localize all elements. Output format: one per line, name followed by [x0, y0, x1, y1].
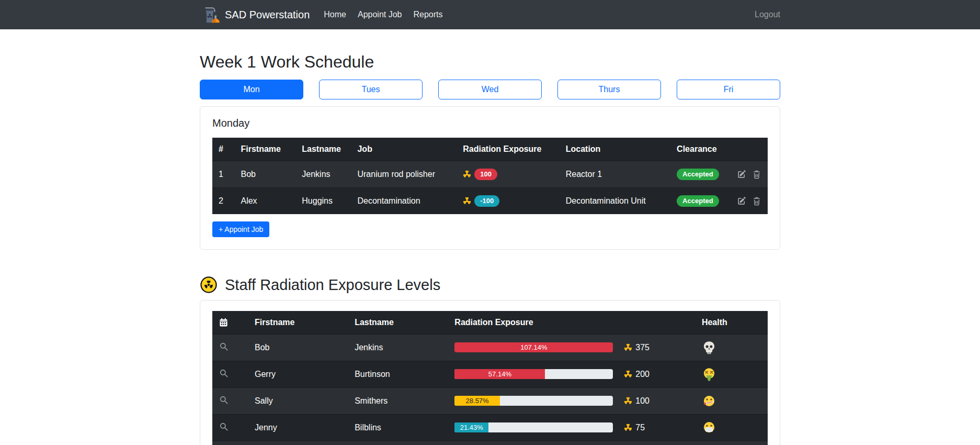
day-tabs: Mon Tues Wed Thurs Fri	[200, 80, 780, 99]
trash-icon[interactable]	[752, 170, 761, 179]
firstname-cell: Gerry	[248, 361, 348, 387]
mask-face-icon	[702, 420, 761, 435]
firstname-cell: Bob	[248, 334, 348, 361]
table-row: 2 Alex Huggins Decontamination	[212, 187, 768, 214]
nav-link-appoint-job[interactable]: Appoint Job	[352, 6, 408, 24]
col-radiation: Radiation Exposure	[448, 311, 618, 334]
row-number: 1	[212, 161, 234, 187]
nuclear-plant-logo-icon	[200, 5, 220, 25]
radiation-sign-icon	[200, 276, 218, 294]
radiation-trefoil-icon	[624, 397, 632, 405]
firstname-cell: Jenny	[248, 414, 348, 441]
job-cell: Decontamination	[351, 187, 457, 214]
clearance-badge: Accepted	[677, 169, 719, 180]
col-firstname: Firstname	[234, 138, 295, 161]
vomiting-face-icon	[702, 367, 761, 382]
schedule-day-heading: Monday	[212, 117, 768, 129]
nav-links: Home Appoint Job Reports	[318, 6, 448, 24]
radiation-trefoil-icon	[624, 343, 632, 352]
table-row-partial	[212, 441, 768, 445]
nav-link-reports[interactable]: Reports	[408, 6, 449, 24]
radiation-progress-bar: 57.14%	[454, 369, 613, 379]
col-number: #	[212, 138, 234, 161]
day-tab-wed[interactable]: Wed	[438, 80, 542, 99]
brand-link[interactable]: SAD Powerstation	[200, 5, 310, 25]
exposure-header-row: Firstname Lastname Radiation Exposure He…	[212, 311, 768, 334]
col-health: Health	[696, 311, 768, 334]
radiation-count: 200	[624, 370, 689, 379]
lastname-cell: Jenkins	[295, 161, 351, 187]
radiation-count: 375	[624, 343, 689, 352]
clearance-badge: Accepted	[677, 195, 719, 207]
radiation-progress-bar: 21.43%	[454, 422, 613, 432]
table-row: Bob Jenkins 107.14%	[212, 334, 768, 361]
col-lastname: Lastname	[295, 138, 351, 161]
nav-link-home[interactable]: Home	[318, 6, 352, 24]
radiation-count: 75	[624, 423, 689, 432]
progress-percent-label: 28.57%	[466, 397, 489, 405]
calendar-icon	[219, 317, 242, 327]
table-row: Sally Smithers 28.57%	[212, 387, 768, 414]
progress-percent-label: 21.43%	[460, 424, 483, 431]
progress-percent-label: 107.14%	[520, 343, 547, 351]
radiation-trefoil-icon	[463, 170, 471, 179]
firstname-cell: Bob	[234, 161, 295, 187]
lastname-cell: Huggins	[295, 187, 351, 214]
search-icon[interactable]	[219, 395, 229, 405]
page-title: Week 1 Work Schedule	[200, 52, 780, 72]
schedule-table: # Firstname Lastname Job Radiation Expos…	[212, 138, 768, 214]
radiation-badge: 100	[474, 169, 497, 180]
navbar: SAD Powerstation Home Appoint Job Report…	[0, 0, 980, 29]
lastname-cell: Burtinson	[348, 361, 448, 387]
location-cell: Reactor 1	[560, 161, 670, 187]
col-actions	[729, 138, 768, 161]
lastname-cell: Bilblins	[348, 414, 448, 441]
exposure-card: Firstname Lastname Radiation Exposure He…	[200, 300, 780, 445]
day-tab-fri[interactable]: Fri	[677, 80, 780, 99]
search-icon[interactable]	[219, 368, 229, 379]
radiation-trefoil-icon	[624, 424, 632, 432]
job-cell: Uranium rod polisher	[351, 161, 457, 187]
appoint-job-button[interactable]: + Appoint Job	[212, 221, 269, 237]
progress-percent-label: 57.14%	[488, 370, 511, 378]
brand-title: SAD Powerstation	[225, 9, 310, 21]
edit-icon[interactable]	[737, 196, 747, 206]
radiation-progress-bar: 28.57%	[454, 396, 613, 406]
radiation-count: 100	[624, 396, 689, 406]
exposure-section-title: Staff Radiation Exposure Levels	[225, 276, 440, 294]
radiation-trefoil-icon	[463, 197, 471, 205]
day-tab-tues[interactable]: Tues	[319, 80, 423, 99]
firstname-cell: Sally	[248, 387, 348, 414]
radiation-badge: -100	[474, 195, 499, 207]
col-job: Job	[351, 138, 457, 161]
col-clearance: Clearance	[670, 138, 729, 161]
col-radiation: Radiation Exposure	[457, 138, 559, 161]
logout-link[interactable]: Logout	[755, 10, 780, 19]
col-radiation-count	[618, 311, 696, 334]
day-tab-mon[interactable]: Mon	[200, 80, 303, 99]
col-location: Location	[560, 138, 670, 161]
radiation-progress-bar: 107.14%	[454, 342, 613, 352]
radiation-cell: 100	[463, 169, 553, 180]
exposure-table: Firstname Lastname Radiation Exposure He…	[212, 311, 768, 445]
skull-icon	[702, 340, 761, 355]
col-firstname: Firstname	[248, 311, 348, 334]
thermometer-face-icon	[702, 394, 761, 408]
row-number: 2	[212, 187, 234, 214]
search-icon[interactable]	[219, 341, 229, 352]
trash-icon[interactable]	[752, 196, 761, 206]
table-row: Gerry Burtinson 57.14%	[212, 361, 768, 387]
radiation-cell: -100	[463, 195, 553, 207]
col-calendar	[212, 311, 248, 334]
col-lastname: Lastname	[348, 311, 448, 334]
location-cell: Decontamination Unit	[560, 187, 670, 214]
edit-icon[interactable]	[737, 169, 747, 179]
day-tab-thurs[interactable]: Thurs	[557, 80, 661, 99]
lastname-cell: Smithers	[348, 387, 448, 414]
search-icon[interactable]	[219, 421, 229, 432]
table-row: Jenny Bilblins 21.43%	[212, 414, 768, 441]
firstname-cell: Alex	[234, 187, 295, 214]
table-row: 1 Bob Jenkins Uranium rod polisher	[212, 161, 768, 187]
lastname-cell: Jenkins	[348, 334, 448, 361]
radiation-trefoil-icon	[624, 370, 632, 379]
